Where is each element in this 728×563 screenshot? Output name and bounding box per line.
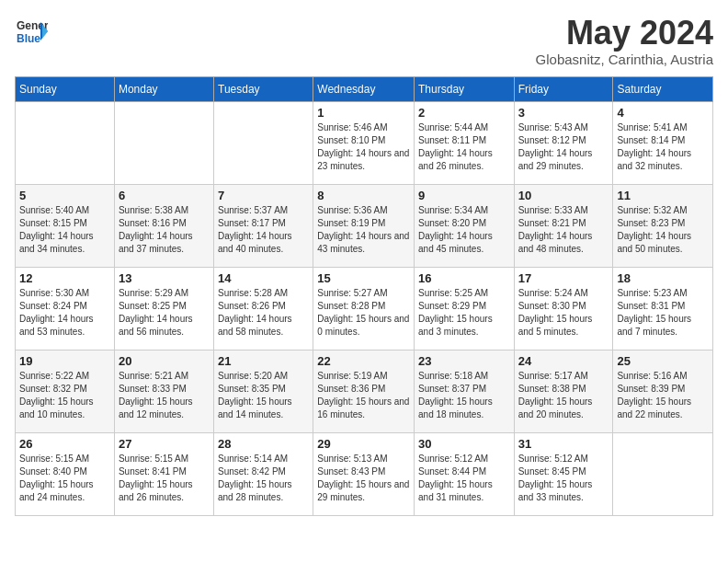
day-info: Sunrise: 5:12 AMSunset: 8:44 PMDaylight:… <box>418 453 510 504</box>
day-number: 17 <box>518 271 609 285</box>
day-number: 26 <box>19 437 110 451</box>
day-info: Sunrise: 5:17 AMSunset: 8:38 PMDaylight:… <box>518 370 609 421</box>
week-row-1: 1Sunrise: 5:46 AMSunset: 8:10 PMDaylight… <box>16 101 713 184</box>
day-number: 4 <box>617 106 709 120</box>
title-area: May 2024 Globasnitz, Carinthia, Austria <box>536 15 713 67</box>
day-info: Sunrise: 5:27 AMSunset: 8:28 PMDaylight:… <box>317 287 410 339</box>
calendar-cell: 20Sunrise: 5:21 AMSunset: 8:33 PMDayligh… <box>114 350 213 432</box>
day-info: Sunrise: 5:24 AMSunset: 8:30 PMDaylight:… <box>518 287 609 339</box>
day-number: 2 <box>418 106 510 120</box>
day-info: Sunrise: 5:41 AMSunset: 8:14 PMDaylight:… <box>617 121 709 173</box>
location-subtitle: Globasnitz, Carinthia, Austria <box>536 52 713 67</box>
day-info: Sunrise: 5:20 AMSunset: 8:35 PMDaylight:… <box>218 370 309 421</box>
calendar-cell: 17Sunrise: 5:24 AMSunset: 8:30 PMDayligh… <box>514 267 613 350</box>
week-row-3: 12Sunrise: 5:30 AMSunset: 8:24 PMDayligh… <box>16 267 713 350</box>
day-info: Sunrise: 5:30 AMSunset: 8:24 PMDaylight:… <box>19 287 110 339</box>
day-info: Sunrise: 5:21 AMSunset: 8:33 PMDaylight:… <box>119 370 210 421</box>
day-number: 28 <box>218 437 309 451</box>
day-info: Sunrise: 5:19 AMSunset: 8:36 PMDaylight:… <box>317 370 410 421</box>
calendar-cell: 15Sunrise: 5:27 AMSunset: 8:28 PMDayligh… <box>313 267 415 350</box>
calendar-cell: 9Sunrise: 5:34 AMSunset: 8:20 PMDaylight… <box>415 184 515 267</box>
calendar-cell: 5Sunrise: 5:40 AMSunset: 8:15 PMDaylight… <box>16 184 115 267</box>
calendar-cell: 3Sunrise: 5:43 AMSunset: 8:12 PMDaylight… <box>514 101 613 184</box>
day-info: Sunrise: 5:32 AMSunset: 8:23 PMDaylight:… <box>617 204 709 256</box>
day-number: 12 <box>19 271 110 285</box>
day-number: 21 <box>218 354 309 368</box>
calendar-cell: 13Sunrise: 5:29 AMSunset: 8:25 PMDayligh… <box>114 267 213 350</box>
day-info: Sunrise: 5:43 AMSunset: 8:12 PMDaylight:… <box>518 121 609 173</box>
calendar-cell: 29Sunrise: 5:13 AMSunset: 8:43 PMDayligh… <box>313 432 415 515</box>
calendar-table: SundayMondayTuesdayWednesdayThursdayFrid… <box>15 76 713 516</box>
day-number: 19 <box>19 354 110 368</box>
calendar-cell: 25Sunrise: 5:16 AMSunset: 8:39 PMDayligh… <box>613 350 713 432</box>
calendar-cell: 23Sunrise: 5:18 AMSunset: 8:37 PMDayligh… <box>415 350 515 432</box>
svg-text:Blue: Blue <box>17 32 40 45</box>
calendar-cell: 7Sunrise: 5:37 AMSunset: 8:17 PMDaylight… <box>214 184 313 267</box>
day-number: 30 <box>418 437 510 451</box>
calendar-cell <box>214 101 313 184</box>
day-info: Sunrise: 5:34 AMSunset: 8:20 PMDaylight:… <box>418 204 510 256</box>
day-number: 11 <box>617 189 709 202</box>
day-info: Sunrise: 5:12 AMSunset: 8:45 PMDaylight:… <box>518 453 609 504</box>
day-number: 1 <box>317 106 410 120</box>
day-number: 27 <box>119 437 210 451</box>
day-number: 31 <box>518 437 609 451</box>
calendar-cell: 6Sunrise: 5:38 AMSunset: 8:16 PMDaylight… <box>114 184 213 267</box>
day-info: Sunrise: 5:28 AMSunset: 8:26 PMDaylight:… <box>218 287 309 339</box>
week-row-5: 26Sunrise: 5:15 AMSunset: 8:40 PMDayligh… <box>16 432 713 515</box>
day-number: 15 <box>317 271 410 285</box>
day-info: Sunrise: 5:16 AMSunset: 8:39 PMDaylight:… <box>617 370 709 421</box>
calendar-cell <box>114 101 213 184</box>
day-info: Sunrise: 5:18 AMSunset: 8:37 PMDaylight:… <box>418 370 510 421</box>
calendar-cell: 26Sunrise: 5:15 AMSunset: 8:40 PMDayligh… <box>16 432 115 515</box>
day-header-tuesday: Tuesday <box>214 76 313 101</box>
day-number: 14 <box>218 271 309 285</box>
day-info: Sunrise: 5:29 AMSunset: 8:25 PMDaylight:… <box>119 287 210 339</box>
day-header-thursday: Thursday <box>415 76 515 101</box>
calendar-cell: 27Sunrise: 5:15 AMSunset: 8:41 PMDayligh… <box>114 432 213 515</box>
day-number: 10 <box>518 189 609 202</box>
calendar-cell: 2Sunrise: 5:44 AMSunset: 8:11 PMDaylight… <box>415 101 515 184</box>
logo: General Blue <box>15 15 48 52</box>
day-info: Sunrise: 5:14 AMSunset: 8:42 PMDaylight:… <box>218 453 309 504</box>
day-info: Sunrise: 5:23 AMSunset: 8:31 PMDaylight:… <box>617 287 709 339</box>
day-number: 5 <box>19 189 110 202</box>
day-number: 8 <box>317 189 410 202</box>
calendar-cell: 12Sunrise: 5:30 AMSunset: 8:24 PMDayligh… <box>16 267 115 350</box>
day-header-monday: Monday <box>114 76 213 101</box>
day-info: Sunrise: 5:15 AMSunset: 8:41 PMDaylight:… <box>119 453 210 504</box>
day-info: Sunrise: 5:36 AMSunset: 8:19 PMDaylight:… <box>317 204 410 256</box>
day-header-sunday: Sunday <box>16 76 115 101</box>
day-info: Sunrise: 5:46 AMSunset: 8:10 PMDaylight:… <box>317 121 410 173</box>
day-info: Sunrise: 5:15 AMSunset: 8:40 PMDaylight:… <box>19 453 110 504</box>
day-info: Sunrise: 5:37 AMSunset: 8:17 PMDaylight:… <box>218 204 309 256</box>
calendar-cell: 24Sunrise: 5:17 AMSunset: 8:38 PMDayligh… <box>514 350 613 432</box>
day-info: Sunrise: 5:25 AMSunset: 8:29 PMDaylight:… <box>418 287 510 339</box>
week-row-2: 5Sunrise: 5:40 AMSunset: 8:15 PMDaylight… <box>16 184 713 267</box>
day-number: 25 <box>617 354 709 368</box>
day-number: 16 <box>418 271 510 285</box>
calendar-cell: 30Sunrise: 5:12 AMSunset: 8:44 PMDayligh… <box>415 432 515 515</box>
calendar-cell: 19Sunrise: 5:22 AMSunset: 8:32 PMDayligh… <box>16 350 115 432</box>
calendar-cell <box>16 101 115 184</box>
day-info: Sunrise: 5:40 AMSunset: 8:15 PMDaylight:… <box>19 204 110 256</box>
day-number: 20 <box>119 354 210 368</box>
day-number: 13 <box>119 271 210 285</box>
day-number: 18 <box>617 271 709 285</box>
day-info: Sunrise: 5:38 AMSunset: 8:16 PMDaylight:… <box>119 204 210 256</box>
calendar-cell: 11Sunrise: 5:32 AMSunset: 8:23 PMDayligh… <box>613 184 713 267</box>
calendar-cell: 21Sunrise: 5:20 AMSunset: 8:35 PMDayligh… <box>214 350 313 432</box>
day-number: 6 <box>119 189 210 202</box>
calendar-cell: 16Sunrise: 5:25 AMSunset: 8:29 PMDayligh… <box>415 267 515 350</box>
days-header-row: SundayMondayTuesdayWednesdayThursdayFrid… <box>16 76 713 101</box>
logo-icon: General Blue <box>15 15 48 52</box>
calendar-cell: 8Sunrise: 5:36 AMSunset: 8:19 PMDaylight… <box>313 184 415 267</box>
calendar-cell: 14Sunrise: 5:28 AMSunset: 8:26 PMDayligh… <box>214 267 313 350</box>
day-info: Sunrise: 5:33 AMSunset: 8:21 PMDaylight:… <box>518 204 609 256</box>
day-header-saturday: Saturday <box>613 76 713 101</box>
calendar-cell: 31Sunrise: 5:12 AMSunset: 8:45 PMDayligh… <box>514 432 613 515</box>
day-header-wednesday: Wednesday <box>313 76 415 101</box>
day-number: 3 <box>518 106 609 120</box>
calendar-cell: 1Sunrise: 5:46 AMSunset: 8:10 PMDaylight… <box>313 101 415 184</box>
calendar-cell <box>613 432 713 515</box>
